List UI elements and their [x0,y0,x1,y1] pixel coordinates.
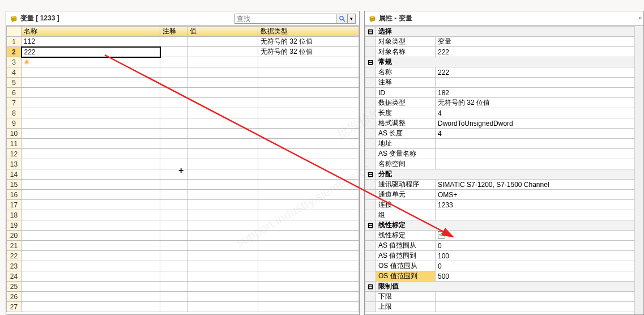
cell-datatype[interactable]: 无符号的 32 位值 [258,37,359,47]
cell-value[interactable] [187,98,258,108]
table-row[interactable]: 21 [7,241,359,251]
cell-value[interactable] [187,282,258,292]
table-row[interactable]: 16 [7,190,359,200]
row-number[interactable]: 23 [7,261,22,271]
table-row[interactable]: 2222无符号的 32 位值 [7,47,359,57]
table-row[interactable]: 7 [7,98,359,108]
collapse-toggle[interactable]: ⊟ [365,282,376,292]
cell-value[interactable] [187,271,258,282]
cell-datatype[interactable] [258,88,359,98]
cell-comment[interactable] [160,241,187,251]
prop-value[interactable]: 500 [436,271,643,282]
cell-value[interactable] [187,169,258,180]
cell-name[interactable]: ✳ [22,57,160,67]
cell-name[interactable] [22,118,160,129]
row-number[interactable]: 5 [7,78,22,88]
cell-comment[interactable] [160,139,187,149]
cell-value[interactable] [187,159,258,169]
cell-value[interactable] [187,220,258,231]
table-row[interactable]: 4 [7,67,359,78]
cell-name[interactable] [22,139,160,149]
cell-value[interactable] [187,149,258,159]
collapse-toggle[interactable]: ⊟ [365,27,376,37]
table-row[interactable]: 18 [7,210,359,220]
cell-name[interactable] [22,271,160,282]
cell-value[interactable] [187,210,258,220]
cell-datatype[interactable] [258,108,359,118]
cell-value[interactable] [187,302,258,312]
cell-datatype[interactable] [258,241,359,251]
cell-name[interactable] [22,169,160,180]
prop-value[interactable]: 无符号的 32 位值 [436,98,643,108]
row-number[interactable]: 11 [7,139,22,149]
table-row[interactable]: 12 [7,149,359,159]
cell-name[interactable] [22,200,160,210]
row-number[interactable]: 27 [7,302,22,312]
cell-datatype[interactable] [258,149,359,159]
cell-datatype[interactable] [258,57,359,67]
cell-value[interactable] [187,129,258,139]
cell-comment[interactable] [160,149,187,159]
cell-name[interactable] [22,241,160,251]
cell-value[interactable] [187,292,258,302]
cell-datatype[interactable] [258,282,359,292]
table-row[interactable]: 1112无符号的 32 位值 [7,37,359,47]
cell-comment[interactable] [160,200,187,210]
header-value[interactable]: 值 [187,27,258,37]
cell-datatype[interactable] [258,129,359,139]
cell-value[interactable] [187,251,258,261]
cell-datatype[interactable] [258,200,359,210]
cell-datatype[interactable] [258,251,359,261]
cell-name[interactable]: 112 [22,37,160,47]
linear-scale-checkbox[interactable] [436,231,643,241]
cell-datatype[interactable] [258,292,359,302]
cell-value[interactable] [187,231,258,241]
prop-value[interactable]: SIMATIC S7-1200, S7-1500 Channel [436,180,643,190]
cell-datatype[interactable] [258,302,359,312]
cell-name[interactable] [22,251,160,261]
cell-datatype[interactable] [258,139,359,149]
pin-icon[interactable]: » [638,14,642,21]
prop-value[interactable]: OMS+ [436,190,643,200]
row-number[interactable]: 10 [7,129,22,139]
cell-datatype[interactable]: 无符号的 32 位值 [258,47,359,57]
cell-value[interactable] [187,200,258,210]
table-row[interactable]: 3✳ [7,57,359,67]
row-number[interactable]: 22 [7,251,22,261]
row-number[interactable]: 21 [7,241,22,251]
cell-datatype[interactable] [258,67,359,78]
cell-value[interactable] [187,67,258,78]
row-number[interactable]: 26 [7,292,22,302]
cell-name[interactable] [22,67,160,78]
table-row[interactable]: 26 [7,292,359,302]
cell-comment[interactable] [160,67,187,78]
cell-datatype[interactable] [258,231,359,241]
cell-name[interactable] [22,282,160,292]
cell-name[interactable] [22,88,160,98]
collapse-toggle[interactable]: ⊟ [365,220,376,231]
table-row[interactable]: 15 [7,180,359,190]
cell-comment[interactable] [160,108,187,118]
row-number[interactable]: 25 [7,282,22,292]
cell-comment[interactable] [160,302,187,312]
row-number[interactable]: 6 [7,88,22,98]
prop-value[interactable] [436,139,643,149]
scrollbar[interactable] [634,26,643,314]
cell-value[interactable] [187,108,258,118]
cell-comment[interactable] [160,98,187,108]
prop-value[interactable] [436,149,643,159]
cell-value[interactable] [187,118,258,129]
table-row[interactable]: 27 [7,302,359,312]
cell-name[interactable] [22,129,160,139]
cell-value[interactable] [187,180,258,190]
cell-comment[interactable] [160,271,187,282]
cell-name[interactable] [22,159,160,169]
prop-value[interactable]: DwordToUnsignedDword [436,118,643,129]
cell-datatype[interactable] [258,118,359,129]
cell-comment[interactable] [160,180,187,190]
row-number[interactable]: 2 [7,47,22,57]
table-row[interactable]: 5 [7,78,359,88]
cell-comment[interactable] [160,231,187,241]
cell-comment[interactable] [160,47,187,57]
prop-value[interactable] [436,302,643,312]
